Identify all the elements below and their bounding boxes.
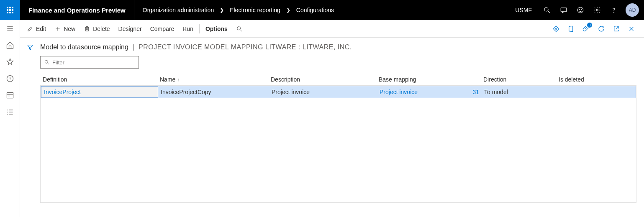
edit-button[interactable]: Edit — [23, 20, 50, 37]
compare-label: Compare — [150, 26, 174, 32]
funnel-icon — [26, 43, 34, 51]
options-button[interactable]: Options — [201, 20, 232, 37]
cell-base-mapping-num[interactable]: 31 — [465, 89, 482, 95]
col-base-mapping[interactable]: Base mapping — [376, 76, 464, 83]
office-button[interactable] — [564, 20, 579, 38]
settings-button[interactable] — [589, 0, 606, 20]
run-label: Run — [182, 26, 193, 32]
close-icon — [628, 25, 635, 33]
svg-point-32 — [45, 60, 48, 63]
home-button[interactable] — [0, 37, 20, 54]
svg-rect-2 — [561, 8, 567, 12]
list-icon — [6, 108, 14, 116]
cell-description[interactable]: Project invoice — [269, 89, 377, 95]
breadcrumb-item[interactable]: Configurations — [296, 7, 334, 13]
edit-label: Edit — [36, 26, 46, 32]
recent-button[interactable] — [0, 70, 20, 87]
workspaces-button[interactable] — [0, 87, 20, 104]
cell-name[interactable]: InvoiceProjectCopy — [158, 89, 269, 95]
chevron-right-icon: ❯ — [286, 7, 290, 13]
svg-marker-11 — [7, 59, 13, 65]
close-button[interactable] — [624, 20, 639, 38]
grid-filter-input[interactable] — [52, 59, 135, 66]
cell-base-mapping[interactable]: Project invoice — [377, 89, 465, 95]
svg-line-33 — [48, 63, 49, 64]
page-search-button[interactable] — [232, 20, 247, 37]
favorites-button[interactable] — [0, 54, 20, 70]
pencil-icon — [27, 26, 33, 32]
right-actions: 0 — [549, 20, 641, 38]
svg-point-26 — [237, 26, 240, 30]
svg-point-6 — [596, 9, 598, 11]
designer-button[interactable]: Designer — [114, 20, 146, 37]
compare-button[interactable]: Compare — [146, 20, 179, 37]
breadcrumb-item[interactable]: Organization administration — [143, 7, 214, 13]
popout-icon — [613, 25, 620, 33]
refresh-icon — [598, 25, 605, 33]
delete-button[interactable]: Delete — [80, 20, 114, 37]
attachments-button[interactable]: 0 — [579, 20, 594, 38]
nav-toggle-button[interactable] — [0, 20, 20, 37]
col-definition[interactable]: Definition — [40, 76, 157, 83]
page-title: Model to datasource mapping — [40, 43, 128, 51]
filter-pane-toggle[interactable] — [20, 38, 40, 217]
star-icon — [6, 58, 14, 66]
grid-header: Definition Name↑ Description Base mappin… — [40, 73, 636, 86]
col-description[interactable]: Description — [268, 76, 376, 83]
content-column: Edit New Delete Designer Compare Run Opt… — [20, 20, 644, 217]
search-button[interactable] — [539, 0, 555, 20]
popout-button[interactable] — [609, 20, 624, 38]
titlebar-right: USMF AD — [508, 0, 644, 20]
svg-point-4 — [579, 9, 580, 10]
separator — [199, 24, 200, 33]
messages-button[interactable] — [555, 0, 572, 20]
search-icon — [44, 59, 50, 65]
table-row[interactable]: InvoiceProject InvoiceProjectCopy Projec… — [41, 86, 636, 98]
col-direction[interactable]: Direction — [481, 76, 556, 83]
breadcrumb-item[interactable]: Electronic reporting — [230, 7, 280, 13]
plus-icon — [54, 26, 61, 32]
col-name[interactable]: Name↑ — [157, 76, 268, 83]
modules-button[interactable] — [0, 104, 20, 120]
svg-rect-13 — [7, 92, 13, 98]
svg-line-29 — [616, 26, 618, 29]
page-heading: Model to datasource mapping | PROJECT IN… — [40, 43, 636, 56]
company-code[interactable]: USMF — [508, 7, 539, 13]
feedback-button[interactable] — [572, 0, 589, 20]
refresh-button[interactable] — [594, 20, 609, 38]
app-title: Finance and Operations Preview — [20, 0, 134, 20]
titlebar: Finance and Operations Preview Organizat… — [0, 0, 644, 20]
app-launcher-button[interactable] — [0, 0, 20, 20]
clock-icon — [6, 74, 14, 83]
help-button[interactable] — [606, 0, 622, 20]
page-subtitle: PROJECT INVOICE MODEL MAPPING LITWARE : … — [139, 43, 352, 51]
col-is-deleted[interactable]: Is deleted — [556, 76, 623, 83]
content-row: Model to datasource mapping | PROJECT IN… — [20, 38, 644, 217]
heading-separator: | — [133, 43, 134, 51]
user-avatar[interactable]: AD — [626, 3, 639, 17]
delete-label: Delete — [93, 26, 110, 32]
svg-line-27 — [240, 30, 242, 31]
designer-label: Designer — [118, 26, 142, 32]
svg-point-28 — [556, 28, 557, 29]
run-button[interactable]: Run — [178, 20, 198, 37]
chevron-right-icon: ❯ — [220, 7, 224, 13]
new-label: New — [64, 26, 75, 32]
svg-point-5 — [581, 9, 582, 10]
cell-direction[interactable]: To model — [482, 89, 557, 95]
data-grid: Definition Name↑ Description Base mappin… — [40, 73, 636, 203]
cell-definition[interactable]: InvoiceProject — [41, 86, 158, 98]
trash-icon — [84, 26, 90, 32]
workspace-icon — [6, 91, 14, 100]
shell: Edit New Delete Designer Compare Run Opt… — [0, 20, 644, 217]
grid-filter-box[interactable] — [40, 56, 139, 69]
breadcrumb: Organization administration ❯ Electronic… — [134, 7, 342, 13]
svg-point-0 — [544, 8, 548, 11]
related-info-button[interactable] — [549, 20, 564, 38]
svg-point-7 — [613, 12, 614, 13]
new-button[interactable]: New — [50, 20, 80, 37]
left-nav-rail — [0, 20, 20, 217]
action-bar: Edit New Delete Designer Compare Run Opt… — [20, 20, 644, 38]
attachments-badge: 0 — [587, 23, 592, 28]
sort-asc-icon: ↑ — [177, 77, 180, 82]
